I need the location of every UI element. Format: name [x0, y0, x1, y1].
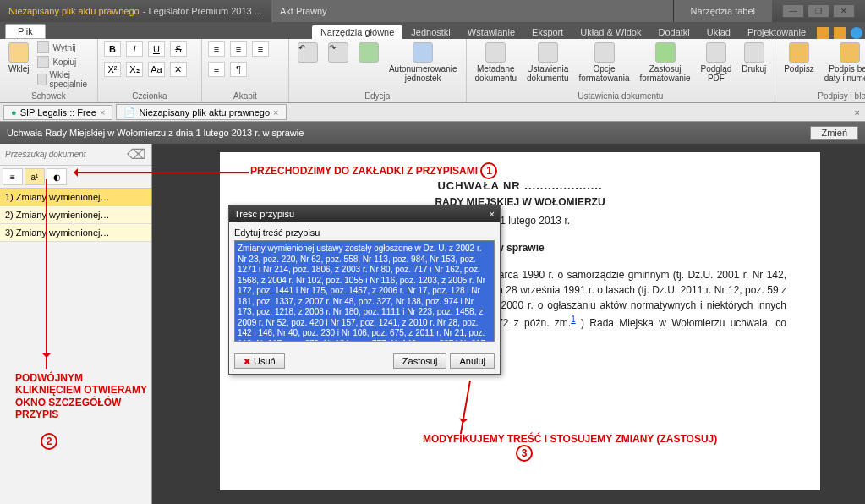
window-titlebar: Niezapisany plik aktu prawnego - Legisla… — [0, 0, 865, 22]
document-header: Uchwała Rady Miejskiej w Wołomierzu z dn… — [0, 122, 865, 144]
case-button[interactable]: Aa — [148, 62, 165, 77]
metadata-button[interactable]: Metadane dokumentu — [472, 41, 520, 85]
group-label: Akapit — [207, 90, 283, 101]
doc-title: Niezapisany plik aktu prawnego — [8, 6, 140, 16]
group-clipboard: Wklej Wytnij Kopiuj Wklej specjalnie Sch… — [0, 39, 98, 102]
group-docsettings: Metadane dokumentu Ustawienia dokumentu … — [467, 39, 776, 102]
footnote-item-2[interactable]: 2) Zmiany wymienionej… — [0, 206, 151, 224]
group-label: Czcionka — [103, 90, 196, 101]
tools-title: Narzędzia tabel — [674, 0, 772, 22]
autonum-button[interactable]: Autonumerowanie jednostek — [386, 41, 461, 85]
redo-button[interactable]: ↷ — [325, 41, 352, 66]
clear-format-button[interactable]: ✕ — [170, 62, 187, 77]
footnote-item-1[interactable]: 1) Zmiany wymienionej… — [0, 189, 151, 206]
group-paragraph: ≡ ≡ ≡ ≡ ¶ Akapit — [202, 39, 289, 102]
paste-button[interactable]: Wklej — [5, 41, 32, 75]
maximize-button[interactable]: ❐ — [808, 4, 829, 18]
subscript-button[interactable]: X₂ — [126, 62, 143, 77]
close-tab-icon[interactable]: × — [100, 107, 105, 118]
footnote-textarea[interactable] — [234, 240, 495, 342]
undo-button[interactable]: ↶ — [294, 41, 321, 66]
bold-button[interactable]: B — [104, 41, 121, 57]
change-button[interactable]: Zmień — [810, 126, 858, 140]
document-tabs: ● SIP Legalis :: Free × 📄 Niezapisany pl… — [0, 103, 865, 122]
close-all-tabs-icon[interactable]: × — [855, 107, 860, 118]
dialog-titlebar[interactable]: Treść przypisu × — [229, 205, 500, 222]
tab-layout[interactable]: Układ — [698, 25, 739, 39]
footnote-item-3[interactable]: 3) Zmiany wymienionej… — [0, 224, 151, 242]
copy-button[interactable]: Kopiuj — [36, 55, 91, 68]
underline-button[interactable]: U — [148, 41, 165, 57]
group-font: B I U S X² X₂ Aa ✕ Czcionka — [98, 39, 202, 102]
close-tab-icon[interactable]: × — [273, 107, 278, 118]
align-right-button[interactable]: ≡ — [252, 41, 269, 57]
apply-format-button[interactable]: Zastosuj formatowanie — [637, 41, 694, 85]
delete-button[interactable]: Usuń — [234, 353, 285, 369]
tab-design[interactable]: Projektowanie — [739, 25, 814, 39]
justify-button[interactable]: ≡ — [208, 62, 225, 77]
find-button[interactable] — [355, 41, 382, 66]
group-label: Edycja — [294, 90, 461, 101]
cancel-button[interactable]: Anuluj — [450, 353, 495, 369]
tab-layout-view[interactable]: Układ & Widok — [572, 25, 649, 39]
file-menu[interactable]: Plik — [5, 24, 46, 39]
tab-addons[interactable]: Dodatki — [649, 25, 698, 39]
superscript-button[interactable]: X² — [104, 62, 121, 77]
print-button[interactable]: Drukuj — [738, 41, 769, 75]
document-header-text: Uchwała Rady Miejskiej w Wołomierzu z dn… — [7, 128, 304, 138]
strike-button[interactable]: S — [170, 41, 187, 57]
pilcrow-button[interactable]: ¶ — [230, 62, 247, 77]
group-sign: Podpisz Podpis bez daty i numeru Zabloku… — [775, 39, 865, 102]
lock-icon[interactable] — [834, 27, 846, 39]
paste-special-button[interactable]: Wklej specjalnie — [36, 69, 91, 90]
app-title: - Legislator Premium 2013 ... — [143, 6, 262, 16]
clear-icon[interactable]: ⌫ — [127, 146, 146, 162]
align-center-button[interactable]: ≡ — [230, 41, 247, 57]
group-label: Ustawienia dokumentu — [472, 90, 770, 101]
footnote-dialog: Treść przypisu × Edytuj treść przypisu U… — [228, 205, 501, 375]
tab-structure[interactable]: ≡ — [3, 168, 23, 185]
sign-nodatenum-button[interactable]: Podpis bez daty i numeru — [821, 41, 865, 85]
apply-button[interactable]: Zastosuj — [393, 353, 447, 369]
document-icon: 📄 — [123, 107, 135, 118]
search-input[interactable] — [5, 150, 127, 159]
ribbon: Wklej Wytnij Kopiuj Wklej specjalnie Sch… — [0, 39, 865, 103]
tab-other[interactable]: ◐ — [47, 168, 67, 185]
sign-button[interactable]: Podpisz — [780, 41, 818, 75]
tab-units[interactable]: Jednostki — [402, 25, 458, 39]
align-left-button[interactable]: ≡ — [208, 41, 225, 57]
search-box[interactable]: ⌫ — [0, 144, 151, 166]
sidebar: ⌫ ≡ a¹ ◐ 1) Zmiany wymienionej… 2) Zmian… — [0, 144, 152, 504]
docsettings-button[interactable]: Ustawienia dokumentu — [523, 41, 572, 85]
pdf-preview-button[interactable]: Podgląd PDF — [698, 41, 736, 85]
group-label: Schowek — [5, 90, 92, 101]
dialog-close-icon[interactable]: × — [490, 209, 495, 219]
context-title: Akt Prawny — [271, 0, 674, 22]
folder-icon[interactable] — [817, 27, 829, 39]
page-title: UCHWAŁA NR .................... — [254, 178, 786, 194]
doc-tab-legalis[interactable]: ● SIP Legalis :: Free × — [3, 105, 112, 120]
group-edit: ↶ ↷ Autonumerowanie jednostek Edycja — [289, 39, 467, 102]
close-button[interactable]: ✕ — [833, 4, 855, 18]
group-label: Podpisy i blokady — [780, 90, 865, 101]
format-options-button[interactable]: Opcje formatowania — [576, 41, 633, 85]
help-icon[interactable] — [851, 27, 862, 39]
dialog-edit-label: Edytuj treść przypisu — [234, 227, 495, 238]
italic-button[interactable]: I — [126, 41, 143, 57]
dialog-title: Treść przypisu — [234, 209, 294, 219]
tab-insert[interactable]: Wstawianie — [459, 25, 523, 39]
doc-tab-unsaved[interactable]: 📄 Niezapisany plik aktu prawnego × — [116, 104, 286, 120]
minimize-button[interactable]: — — [782, 4, 804, 18]
tab-footnotes[interactable]: a¹ — [25, 168, 45, 185]
sidebar-toolstrip: ≡ a¹ ◐ — [0, 166, 151, 189]
globe-icon: ● — [11, 107, 17, 118]
tab-export[interactable]: Eksport — [523, 25, 572, 39]
tab-main-tools[interactable]: Narzędzia główne — [312, 25, 402, 39]
ribbon-tabs: Plik Narzędzia główne Jednostki Wstawian… — [0, 22, 865, 39]
cut-button[interactable]: Wytnij — [36, 41, 91, 54]
